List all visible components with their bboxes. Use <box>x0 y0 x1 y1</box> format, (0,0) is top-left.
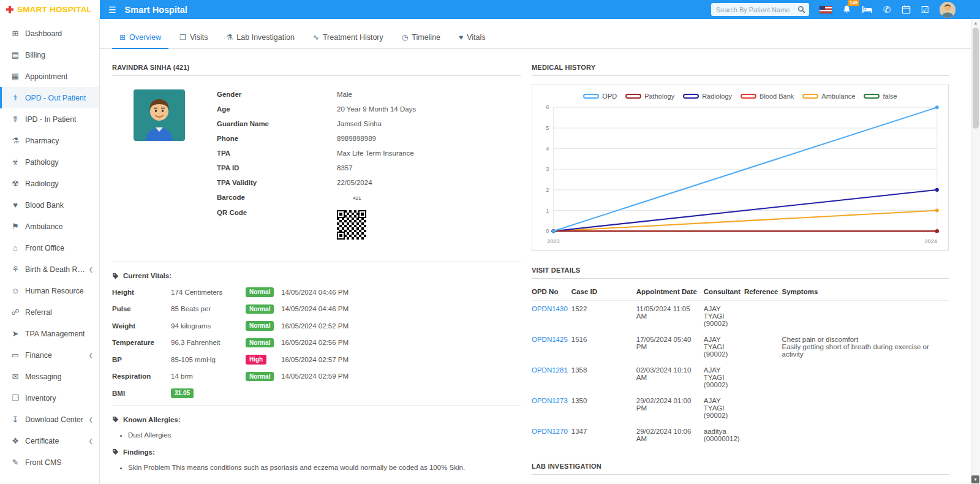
bed-status-icon[interactable] <box>862 6 873 13</box>
sidebar-item[interactable]: ☍ Referral <box>0 301 99 323</box>
sidebar-item[interactable]: ▦ Appointment <box>0 66 99 87</box>
sidebar-item-label: Inventory <box>25 394 56 403</box>
field-label: Phone <box>217 135 337 143</box>
vital-status-badge: Normal <box>246 372 274 382</box>
field-label: Barcode <box>217 194 337 202</box>
sidebar-item[interactable]: ☢ Radiology <box>0 173 99 194</box>
sidebar-item-label: Messaging <box>25 372 61 381</box>
search-input[interactable] <box>711 3 809 16</box>
sidebar-item-label: Finance <box>25 351 52 360</box>
column-header: Reference <box>744 282 782 301</box>
patient-field-row: Phone 8989898989 <box>217 135 521 143</box>
sidebar-item[interactable]: ⚗ Pharmacy <box>0 130 99 151</box>
field-label: Age <box>217 105 337 113</box>
column-header: Sample Collected <box>722 478 783 484</box>
sidebar-item[interactable]: ⚕ OPD - Out Patient <box>0 87 99 108</box>
tasks-icon[interactable]: ☑ <box>921 5 929 14</box>
reference-cell <box>744 300 782 331</box>
symptoms-cell <box>782 393 949 423</box>
tab-label: Lab Investigation <box>236 33 295 42</box>
vital-status-badge: High <box>246 355 266 365</box>
sidebar-item[interactable]: ✉ Messaging <box>0 366 99 387</box>
calendar-icon[interactable] <box>902 5 911 14</box>
sidebar-item-icon: ☺ <box>9 286 21 295</box>
vital-value: 14 brm <box>171 372 193 380</box>
sidebar-item-label: Blood Bank <box>25 201 64 210</box>
opd-no-link[interactable]: OPDN1425 <box>532 336 568 343</box>
sidebar-item-label: Human Resource <box>25 287 84 295</box>
legend-item: Radiology <box>683 93 732 100</box>
symptoms-cell <box>782 300 949 331</box>
sidebar-item[interactable]: ⌂ Front Office <box>0 237 99 259</box>
sidebar-item[interactable]: ➤ TPA Management <box>0 323 99 344</box>
divider <box>532 474 949 475</box>
sidebar-item[interactable]: ♥ Blood Bank <box>0 194 99 216</box>
sidebar-item-icon: ❒ <box>9 393 21 403</box>
sidebar-item[interactable]: ☤ IPD - In Patient <box>0 108 99 130</box>
patient-tab[interactable]: ⊞ Overview <box>112 28 168 49</box>
symptoms-cell: Chest pain or discomfort Easily getting … <box>782 331 949 362</box>
visit-row: OPDN1430 1522 11/05/2024 11:05 AM AJAY T… <box>532 300 949 331</box>
field-label: TPA <box>217 149 337 157</box>
vital-value: 96.3 Fahrenheit <box>171 339 221 346</box>
sidebar-item[interactable]: ✎ Front CMS <box>0 452 99 473</box>
language-flag-icon[interactable] <box>820 6 832 13</box>
qr-code-image <box>337 210 366 240</box>
vital-value: 94 kilograms <box>171 322 211 330</box>
search-icon[interactable] <box>797 6 805 15</box>
whatsapp-icon[interactable]: ✆ <box>883 5 891 14</box>
symptoms-cell <box>782 423 949 447</box>
scroll-up-arrow[interactable]: ▲ <box>971 19 980 26</box>
vital-row: Pulse 85 Beats per Normal 14/05/2024 04:… <box>112 304 521 314</box>
vertical-scrollbar[interactable]: ▲ <box>971 19 980 484</box>
sidebar-item[interactable]: ❒ Inventory <box>0 387 99 409</box>
vital-name: Height <box>112 289 171 296</box>
field-value: 8989898989 <box>337 135 376 143</box>
patient-tab[interactable]: ⚗ Lab Investigation <box>219 28 302 49</box>
menu-toggle-icon[interactable]: ☰ <box>108 5 116 15</box>
scroll-down-button[interactable]: ▼ <box>971 475 979 483</box>
sidebar-item[interactable]: ⊞ Dashboard <box>0 23 99 44</box>
opd-no-link[interactable]: OPDN1270 <box>532 428 568 435</box>
divider <box>112 406 521 406</box>
notifications-bell-icon[interactable]: 149 <box>842 5 851 14</box>
legend-swatch <box>741 94 756 99</box>
opd-no-link[interactable]: OPDN1273 <box>532 397 568 404</box>
sidebar-item[interactable]: ⚑ Ambulance <box>0 216 99 237</box>
vital-name: Temperature <box>112 339 171 346</box>
svg-text:0: 0 <box>546 228 549 234</box>
tag-icon <box>112 273 119 279</box>
sidebar-item-icon: ♥ <box>9 200 21 210</box>
sidebar-item[interactable]: ▭ Finance ❮ <box>0 344 99 366</box>
vital-row: BP 85-105 mmHg High 16/05/2024 02:57 PM <box>112 355 521 365</box>
opd-no-link[interactable]: OPDN1430 <box>532 305 568 312</box>
sidebar-item-label: Appointment <box>25 72 67 81</box>
visit-row: OPDN1281 1358 02/03/2024 10:10 AM AJAY T… <box>532 362 949 393</box>
patient-tab[interactable]: ∿ Treatment History <box>306 28 391 49</box>
opd-no-link[interactable]: OPDN1281 <box>532 366 568 374</box>
sidebar-item[interactable]: ❖ Certificate ❮ <box>0 430 99 452</box>
vital-name: BP <box>112 356 171 363</box>
appointment-date-cell: 17/05/2024 05:40 PM <box>636 331 704 362</box>
scrollbar-thumb[interactable] <box>973 28 979 129</box>
medical-history-chart: 012345620232024 <box>537 100 943 248</box>
tab-icon: ⊞ <box>119 33 126 42</box>
tab-icon: ∿ <box>313 33 319 42</box>
sidebar-item[interactable]: ☺ Human Resource <box>0 280 99 301</box>
sidebar-item[interactable]: ⚘ Birth & Death Record ❮ <box>0 259 99 280</box>
patient-tab[interactable]: ◷ Timeline <box>394 28 448 49</box>
user-avatar[interactable] <box>940 2 956 18</box>
tab-label: Overview <box>129 33 161 42</box>
app-logo[interactable]: SMART HOSPITAL <box>0 0 100 19</box>
sidebar-item-label: Front Office <box>25 244 64 252</box>
patient-tab[interactable]: ❐ Visits <box>172 28 215 49</box>
sidebar-item[interactable]: ▤ Billing <box>0 44 99 66</box>
sidebar-item-icon: ▤ <box>9 50 21 59</box>
patient-tab[interactable]: ♥ Vitals <box>451 28 492 49</box>
case-id-cell: 1522 <box>571 300 636 331</box>
appointment-date-cell: 29/02/2024 10:06 AM <box>636 423 704 447</box>
sidebar-item[interactable]: ↧ Download Center ❮ <box>0 409 99 430</box>
vital-date: 14/05/2024 02:59 PM <box>281 372 349 380</box>
vital-row: Weight 94 kilograms Normal 16/05/2024 02… <box>112 321 521 331</box>
sidebar-item[interactable]: ☣ Pathology <box>0 151 99 173</box>
